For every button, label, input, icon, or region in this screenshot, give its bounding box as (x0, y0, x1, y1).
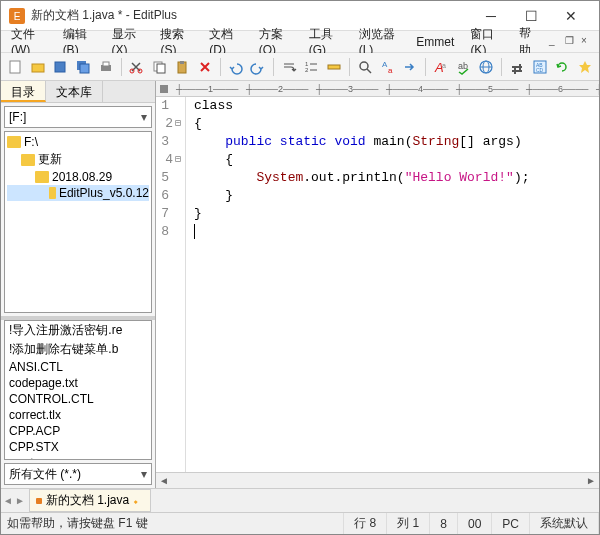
document-tab-label: 新的文档 1.java (46, 492, 129, 509)
document-tab-icon (36, 498, 42, 504)
browser-icon[interactable] (476, 56, 496, 78)
goto-icon[interactable] (400, 56, 420, 78)
replace-icon[interactable]: Aa (378, 56, 398, 78)
svg-text:CD: CD (536, 67, 544, 73)
tree-node[interactable]: 2018.08.29 (7, 169, 149, 185)
mdi-restore-icon[interactable]: ❐ (565, 35, 579, 49)
line-gutter: 12⊟34⊟5678 (156, 97, 186, 472)
mdi-close-icon[interactable]: × (581, 35, 595, 49)
svg-rect-31 (519, 64, 521, 70)
svg-rect-12 (157, 64, 165, 73)
refresh-icon[interactable] (553, 56, 573, 78)
status-line: 行 8 (344, 513, 387, 534)
tab-nav-right-icon[interactable]: ► (15, 495, 25, 506)
svg-rect-32 (512, 70, 522, 72)
file-filter[interactable]: 所有文件 (*.*) (4, 463, 152, 485)
tree-node[interactable]: F:\ (7, 134, 149, 150)
svg-rect-4 (55, 62, 65, 72)
sidebar-tab-cliptext[interactable]: 文本库 (46, 81, 103, 102)
svg-rect-2 (10, 61, 20, 73)
scroll-right-icon[interactable]: ► (583, 475, 599, 486)
redo-icon[interactable] (248, 56, 268, 78)
svg-rect-6 (80, 64, 89, 73)
print-icon[interactable] (96, 56, 116, 78)
ruler-icon[interactable] (324, 56, 344, 78)
folder-icon (49, 187, 56, 199)
directory-tree[interactable]: F:\更新2018.08.29EditPlus_v5.0.12 (4, 131, 152, 313)
tree-node[interactable]: EditPlus_v5.0.12 (7, 185, 149, 201)
abcd-icon[interactable]: ABCD (530, 56, 550, 78)
file-list-item[interactable]: !导入注册激活密钥.re (5, 321, 151, 340)
status-v2: 00 (458, 513, 492, 534)
sidebar-tabs: 目录 文本库 (1, 81, 155, 103)
document-tab-active[interactable]: 新的文档 1.java ⬥ (29, 489, 151, 512)
status-col: 列 1 (387, 513, 430, 534)
svg-rect-37 (160, 85, 168, 93)
mdi-min-icon[interactable]: _ (549, 35, 563, 49)
copy-icon[interactable] (149, 56, 169, 78)
file-list-item[interactable]: CONTROL.CTL (5, 391, 151, 407)
status-help: 如需帮助，请按键盘 F1 键 (1, 513, 344, 534)
undo-icon[interactable] (225, 56, 245, 78)
folder-icon (7, 136, 21, 148)
sidebar-tab-directory[interactable]: 目录 (1, 81, 46, 102)
file-list-item[interactable]: CPP.STX (5, 439, 151, 455)
svg-text:a: a (442, 62, 446, 69)
status-v1: 8 (430, 513, 458, 534)
svg-rect-8 (103, 62, 109, 66)
app-icon: E (9, 8, 25, 24)
wordwrap-icon[interactable] (279, 56, 299, 78)
editor-area: ┼────1────┼────2────┼────3────┼────4────… (156, 81, 599, 488)
svg-rect-33 (514, 68, 516, 74)
toolbar: 12 Aa Aa ab ABCD (1, 53, 599, 81)
menu-bar: 文件(W) 编辑(B) 显示(X) 搜索(S) 文档(D) 方案(O) 工具(G… (1, 31, 599, 53)
cut-icon[interactable] (127, 56, 147, 78)
svg-text:2: 2 (305, 67, 309, 73)
spellcheck-icon[interactable]: ab (454, 56, 474, 78)
file-list[interactable]: !导入注册激活密钥.re!添加删除右键菜单.bANSI.CTLcodepage.… (4, 320, 152, 460)
star-icon[interactable] (575, 56, 595, 78)
open-file-icon[interactable] (28, 56, 48, 78)
window-title: 新的文档 1.java * - EditPlus (31, 7, 471, 24)
code-area[interactable]: class{ public static void main(String[] … (186, 97, 599, 472)
linenumber-icon[interactable]: 12 (301, 56, 321, 78)
h-scrollbar[interactable]: ◄ ► (156, 472, 599, 488)
svg-line-21 (367, 69, 371, 73)
status-mode: PC (492, 513, 530, 534)
document-tab-dropdown-icon[interactable]: ⬥ (133, 496, 138, 506)
save-icon[interactable] (50, 56, 70, 78)
paste-icon[interactable] (172, 56, 192, 78)
drive-selector[interactable]: [F:] (4, 106, 152, 128)
font-icon[interactable]: Aa (431, 56, 451, 78)
ruler: ┼────1────┼────2────┼────3────┼────4────… (156, 81, 599, 97)
close-button[interactable]: ✕ (551, 2, 591, 30)
file-list-item[interactable]: !添加删除右键菜单.b (5, 340, 151, 359)
settings-icon[interactable] (507, 56, 527, 78)
svg-rect-14 (180, 61, 184, 64)
main-area: 目录 文本库 [F:] F:\更新2018.08.29EditPlus_v5.0… (1, 81, 599, 488)
svg-rect-19 (328, 65, 340, 69)
svg-text:E: E (14, 11, 21, 22)
scroll-left-icon[interactable]: ◄ (156, 475, 172, 486)
save-all-icon[interactable] (73, 56, 93, 78)
svg-text:a: a (388, 66, 393, 75)
tree-node[interactable]: 更新 (7, 150, 149, 169)
file-list-item[interactable]: ANSI.CTL (5, 359, 151, 375)
tab-nav-left-icon[interactable]: ◄ (3, 495, 13, 506)
sidebar: 目录 文本库 [F:] F:\更新2018.08.29EditPlus_v5.0… (1, 81, 156, 488)
svg-point-20 (360, 62, 368, 70)
file-list-item[interactable]: cs.stx (5, 455, 151, 460)
status-bar: 如需帮助，请按键盘 F1 键 行 8 列 1 8 00 PC 系统默认 (1, 512, 599, 534)
delete-icon[interactable] (195, 56, 215, 78)
file-list-item[interactable]: codepage.txt (5, 375, 151, 391)
menu-emmet[interactable]: Emmet (410, 33, 460, 51)
svg-rect-3 (32, 64, 44, 72)
file-list-item[interactable]: CPP.ACP (5, 423, 151, 439)
new-file-icon[interactable] (5, 56, 25, 78)
folder-icon (35, 171, 49, 183)
find-icon[interactable] (355, 56, 375, 78)
file-list-item[interactable]: correct.tlx (5, 407, 151, 423)
editor-content[interactable]: 12⊟34⊟5678 class{ public static void mai… (156, 97, 599, 472)
document-tabs: ◄ ► 新的文档 1.java ⬥ (1, 488, 599, 512)
status-encoding: 系统默认 (530, 513, 599, 534)
